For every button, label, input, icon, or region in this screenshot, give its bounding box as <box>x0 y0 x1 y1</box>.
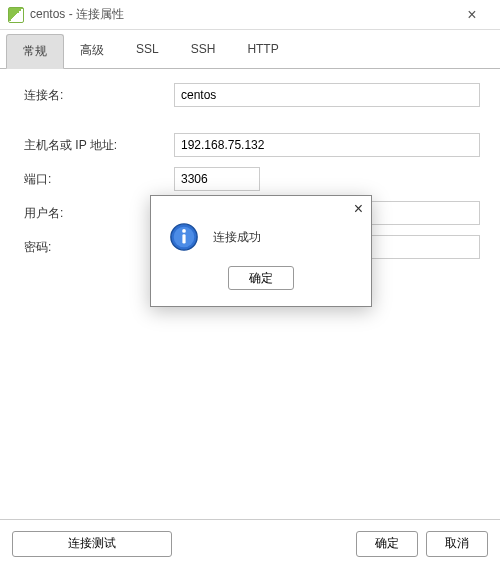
message-dialog: × 连接成功 确定 <box>150 195 372 307</box>
host-input[interactable] <box>174 133 480 157</box>
svg-rect-2 <box>182 234 185 243</box>
connection-name-input[interactable] <box>174 83 480 107</box>
footer: 连接测试 确定 取消 <box>0 519 500 567</box>
port-label: 端口: <box>24 171 174 188</box>
dialog-message: 连接成功 <box>213 229 261 246</box>
tab-http[interactable]: HTTP <box>231 34 294 68</box>
titlebar: centos - 连接属性 × <box>0 0 500 30</box>
dialog-ok-button[interactable]: 确定 <box>228 266 294 290</box>
tab-ssl[interactable]: SSL <box>120 34 175 68</box>
svg-point-3 <box>182 229 186 233</box>
port-input[interactable] <box>174 167 260 191</box>
host-label: 主机名或 IP 地址: <box>24 137 174 154</box>
tab-bar: 常规 高级 SSL SSH HTTP <box>0 30 500 69</box>
test-connection-button[interactable]: 连接测试 <box>12 531 172 557</box>
tab-advanced[interactable]: 高级 <box>64 34 120 68</box>
window-title: centos - 连接属性 <box>30 6 452 23</box>
app-icon <box>8 7 24 23</box>
tab-general[interactable]: 常规 <box>6 34 64 69</box>
connection-name-label: 连接名: <box>24 87 174 104</box>
ok-button[interactable]: 确定 <box>356 531 418 557</box>
cancel-button[interactable]: 取消 <box>426 531 488 557</box>
info-icon <box>169 222 199 252</box>
tab-ssh[interactable]: SSH <box>175 34 232 68</box>
window-close-button[interactable]: × <box>452 6 492 24</box>
dialog-close-button[interactable]: × <box>354 200 363 218</box>
